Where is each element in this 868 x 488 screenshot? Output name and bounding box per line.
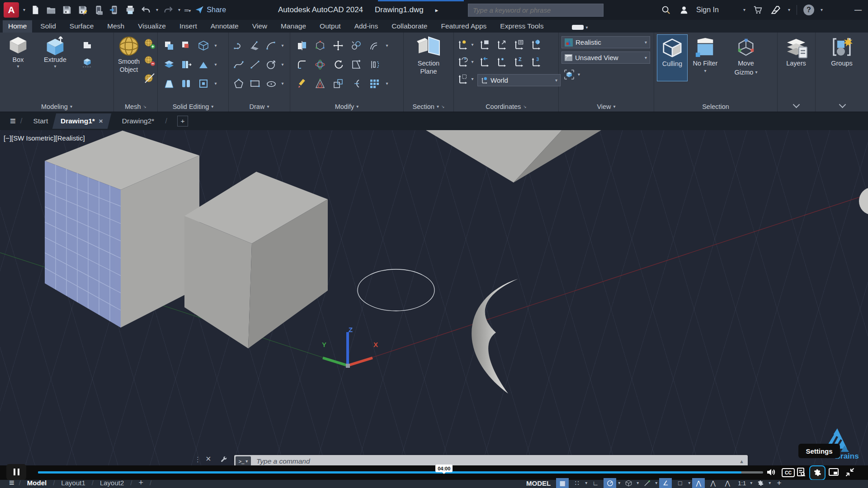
new-file-icon[interactable] <box>29 4 41 16</box>
command-customize-icon[interactable] <box>220 455 227 465</box>
cart-icon[interactable] <box>752 4 764 16</box>
solid-top[interactable] <box>426 130 601 183</box>
command-placeholder[interactable]: Type a command <box>256 457 310 465</box>
layout-menu-icon[interactable]: ≡ <box>9 478 14 488</box>
save-as-icon[interactable] <box>77 4 89 16</box>
slice-icon[interactable] <box>295 39 309 52</box>
user-icon[interactable] <box>678 4 690 16</box>
save-to-mobile-icon[interactable] <box>108 4 120 16</box>
undo-icon[interactable] <box>140 4 152 16</box>
ucs-object-icon[interactable] <box>495 55 508 69</box>
help-caret-icon[interactable]: ▾ <box>821 8 823 12</box>
tab-collaborate[interactable]: Collaborate <box>386 20 433 33</box>
ucs-named-icon[interactable] <box>477 38 491 52</box>
help-search-box[interactable] <box>468 4 604 17</box>
3d-move-icon[interactable] <box>331 39 345 52</box>
title-expand-icon[interactable]: ▸ <box>435 7 439 14</box>
captions-button[interactable]: CC <box>782 468 795 477</box>
pip-icon[interactable] <box>827 466 840 478</box>
minimize-button[interactable]: — <box>854 6 862 14</box>
customization-button[interactable]: + <box>773 478 785 488</box>
tab-output[interactable]: Output <box>314 20 346 33</box>
ucs-3point-icon[interactable]: 3 <box>529 55 542 69</box>
osnap-caret-icon[interactable]: ▾ <box>688 481 690 485</box>
copy-icon[interactable] <box>349 39 363 52</box>
tab-surface[interactable]: Surface <box>64 20 99 33</box>
ucs-previous-icon[interactable] <box>477 55 491 69</box>
no-filter-button[interactable]: No Filter ▾ <box>690 34 720 80</box>
ribbon-display-toggle[interactable]: ▾ <box>572 25 588 33</box>
smooth-more-icon[interactable] <box>143 37 156 51</box>
polar-caret-icon[interactable]: ▾ <box>618 481 620 485</box>
erase-icon[interactable] <box>295 77 309 90</box>
volume-icon[interactable] <box>765 466 778 478</box>
fillet-icon[interactable] <box>295 58 309 71</box>
tab-home[interactable]: Home <box>3 20 32 33</box>
ellipse-icon[interactable] <box>264 77 278 90</box>
model-space-badge[interactable]: MODEL <box>526 479 551 487</box>
extrude-button[interactable]: Extrude▾ <box>36 35 74 69</box>
panel-label-section[interactable]: Section▾↘ <box>404 103 453 110</box>
3d-gizmo-icon[interactable] <box>313 58 327 71</box>
polar-tracking-toggle[interactable] <box>604 478 616 488</box>
new-layout-button[interactable]: + <box>137 477 145 488</box>
annotation-scale-value[interactable]: 1:1 <box>736 478 748 488</box>
command-history-icon[interactable]: ▲ <box>739 459 744 464</box>
dropdown-caret[interactable]: ▾ <box>471 60 473 64</box>
curved-surface[interactable] <box>472 279 518 394</box>
ucs-z-axis-icon[interactable]: Z <box>512 55 525 69</box>
tab-addins[interactable]: Add-ins <box>349 20 384 33</box>
separate-icon[interactable] <box>179 77 193 90</box>
otrack-caret-icon[interactable]: ▾ <box>655 481 657 485</box>
culling-button[interactable]: Culling <box>657 34 688 81</box>
scale-caret-icon[interactable]: ▾ <box>750 481 752 485</box>
circle-entity[interactable] <box>358 269 434 311</box>
panel-label-modeling[interactable]: Modeling▾ <box>0 103 113 110</box>
ucs-icon[interactable] <box>456 38 469 52</box>
tab-drawing2[interactable]: Drawing2* <box>116 113 161 129</box>
refine-mesh-icon[interactable] <box>143 71 156 85</box>
exit-fullscreen-icon[interactable] <box>844 466 856 478</box>
viewport-config-icon[interactable] <box>562 68 576 81</box>
osnap-toggle[interactable]: □ <box>674 478 686 488</box>
transcript-icon[interactable] <box>795 466 807 478</box>
polygon-icon[interactable] <box>232 77 245 90</box>
panel-label-modify[interactable]: Modify▾ <box>290 103 403 110</box>
move-gizmo-button[interactable]: Move Gizmo▾ <box>731 34 761 80</box>
trim-icon[interactable] <box>349 77 363 90</box>
dynamic-input-toggle[interactable]: ∠ <box>659 478 672 488</box>
annotation-visibility-toggle[interactable]: ⋀ <box>692 478 705 488</box>
dropdown-caret[interactable]: ▾ <box>471 77 473 81</box>
qat-customize-icon[interactable]: ═▾ <box>184 7 191 14</box>
polysolid-icon[interactable] <box>80 56 94 70</box>
tab-start[interactable]: Start <box>27 113 55 129</box>
help-icon[interactable]: ? <box>803 5 814 15</box>
panel-label-coordinates[interactable]: Coordinates↘ <box>454 103 558 110</box>
command-close-icon[interactable]: × <box>206 454 211 464</box>
tab-visualize[interactable]: Visualize <box>132 20 171 33</box>
dropdown-caret[interactable]: ▾ <box>578 72 580 77</box>
dropdown-caret[interactable]: ▾ <box>214 43 217 48</box>
layers-expand-chevron-icon[interactable] <box>793 101 800 108</box>
scale-icon[interactable] <box>331 77 345 90</box>
groups-expand-chevron-icon[interactable] <box>839 101 846 108</box>
command-prompt-icon[interactable]: >_▾ <box>236 456 251 466</box>
fillet-edge-icon[interactable] <box>197 58 210 71</box>
tab-manage[interactable]: Manage <box>275 20 311 33</box>
new-drawing-button[interactable]: + <box>177 116 188 127</box>
ucs-face-icon[interactable] <box>456 72 469 86</box>
solid-box-gridface[interactable] <box>45 131 199 328</box>
redo-caret-icon[interactable]: ▾ <box>178 8 180 12</box>
dropdown-caret[interactable]: ▾ <box>281 81 283 86</box>
annotation-scale-icon[interactable]: ⋀ <box>721 478 734 488</box>
osnap-tracking-toggle[interactable] <box>641 478 653 488</box>
file-tabs-menu-icon[interactable]: ≡ <box>10 115 16 127</box>
line-icon[interactable] <box>248 58 262 71</box>
tab-drawing1[interactable]: Drawing1* × <box>52 113 111 129</box>
box-button[interactable]: Box▾ <box>5 35 32 69</box>
taper-face-icon[interactable] <box>162 77 176 90</box>
app-menu-button[interactable]: A <box>4 2 19 18</box>
rectangle-icon[interactable] <box>248 77 262 90</box>
3d-align-icon[interactable] <box>313 39 327 52</box>
workspace-gear-icon[interactable] <box>754 478 767 488</box>
